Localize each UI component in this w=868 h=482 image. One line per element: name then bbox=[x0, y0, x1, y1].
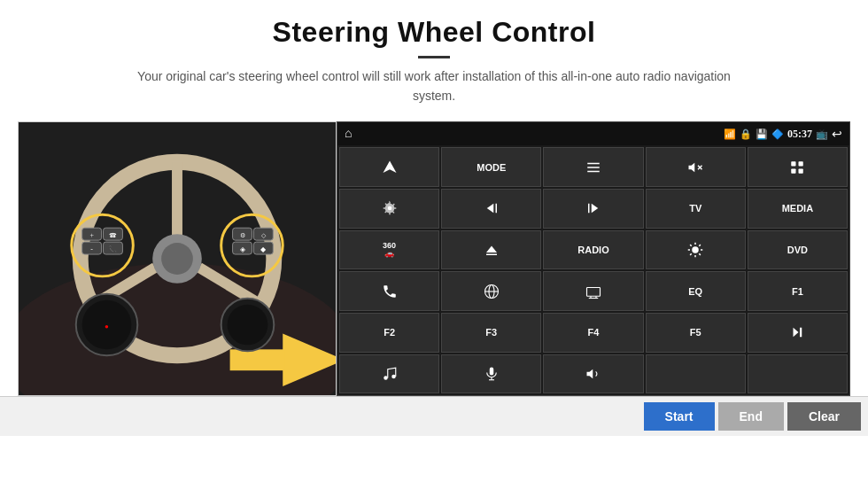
settings-button[interactable] bbox=[339, 189, 439, 229]
bottom-action-bar: Start End Clear bbox=[0, 396, 868, 436]
status-bar: ⌂ 📶 🔒 💾 🔷 05:37 📺 ↩ bbox=[337, 122, 849, 145]
svg-marker-47 bbox=[592, 204, 599, 214]
svg-marker-37 bbox=[689, 162, 695, 172]
svg-rect-41 bbox=[799, 161, 803, 166]
mode-button[interactable]: MODE bbox=[441, 147, 541, 187]
svg-rect-43 bbox=[799, 168, 803, 173]
screen-cast-icon: 📺 bbox=[816, 128, 828, 140]
f4-button[interactable]: F4 bbox=[543, 313, 643, 353]
clear-button[interactable]: Clear bbox=[787, 402, 861, 431]
svg-point-70 bbox=[391, 375, 396, 379]
svg-text:📞: 📞 bbox=[108, 245, 117, 253]
f2-button[interactable]: F2 bbox=[339, 313, 439, 353]
sd-icon: 💾 bbox=[756, 128, 768, 140]
steering-wheel-image: + - ☎ 📞 ⚙ ◈ ◇ ◆ bbox=[18, 121, 337, 396]
svg-point-69 bbox=[384, 376, 388, 380]
lock-icon: 🔒 bbox=[740, 128, 752, 140]
subtitle: Your original car's steering wheel contr… bbox=[124, 67, 744, 105]
home-icon[interactable]: ⌂ bbox=[345, 127, 352, 141]
radio-button[interactable]: RADIO bbox=[543, 230, 643, 270]
svg-rect-35 bbox=[587, 167, 600, 168]
svg-rect-68 bbox=[800, 328, 802, 338]
svg-rect-40 bbox=[792, 161, 796, 166]
svg-text:◈: ◈ bbox=[240, 245, 246, 253]
volume-button[interactable] bbox=[543, 354, 643, 394]
svg-marker-49 bbox=[486, 246, 497, 253]
f3-button[interactable]: F3 bbox=[441, 313, 541, 353]
dvd-button[interactable]: DVD bbox=[748, 230, 848, 270]
svg-rect-63 bbox=[586, 287, 600, 296]
svg-rect-42 bbox=[792, 168, 796, 173]
svg-line-59 bbox=[690, 253, 692, 255]
f5-button[interactable]: F5 bbox=[646, 313, 746, 353]
phone-button[interactable] bbox=[339, 271, 439, 311]
svg-line-58 bbox=[699, 245, 701, 246]
svg-line-56 bbox=[690, 245, 692, 246]
tv-button[interactable]: TV bbox=[646, 189, 746, 229]
start-button[interactable]: Start bbox=[644, 402, 715, 431]
svg-text:●: ● bbox=[105, 323, 109, 331]
svg-line-57 bbox=[699, 253, 701, 255]
svg-rect-27 bbox=[230, 350, 285, 371]
play-pause-button[interactable] bbox=[748, 313, 848, 353]
svg-marker-67 bbox=[794, 328, 799, 338]
buttons-grid: MODE bbox=[337, 145, 849, 395]
svg-rect-36 bbox=[587, 170, 600, 172]
eject-button[interactable] bbox=[441, 230, 541, 270]
brightness-button[interactable] bbox=[646, 230, 746, 270]
eq-button[interactable]: EQ bbox=[646, 271, 746, 311]
mute-button[interactable] bbox=[646, 147, 746, 187]
end-button[interactable]: End bbox=[718, 402, 784, 431]
media-button[interactable]: MEDIA bbox=[748, 189, 848, 229]
svg-text:+: + bbox=[89, 232, 94, 240]
f1-button[interactable]: F1 bbox=[748, 271, 848, 311]
svg-marker-45 bbox=[487, 204, 494, 214]
svg-rect-50 bbox=[486, 254, 497, 256]
svg-point-32 bbox=[228, 305, 268, 346]
header-section: Steering Wheel Control Your original car… bbox=[124, 0, 744, 113]
svg-rect-71 bbox=[490, 368, 494, 376]
nav-button[interactable] bbox=[339, 147, 439, 187]
microphone-button[interactable] bbox=[441, 354, 541, 394]
svg-rect-34 bbox=[587, 162, 600, 164]
svg-marker-33 bbox=[383, 160, 396, 173]
empty-cell-1 bbox=[646, 354, 746, 394]
svg-point-7 bbox=[161, 243, 193, 275]
prev-button[interactable] bbox=[441, 189, 541, 229]
next-button[interactable] bbox=[543, 189, 643, 229]
svg-text:-: - bbox=[90, 245, 93, 253]
browser-button[interactable] bbox=[441, 271, 541, 311]
list-button[interactable] bbox=[543, 147, 643, 187]
svg-text:☎: ☎ bbox=[109, 233, 117, 240]
status-time: 05:37 bbox=[787, 128, 812, 141]
apps-button[interactable] bbox=[748, 147, 848, 187]
android-panel: ⌂ 📶 🔒 💾 🔷 05:37 📺 ↩ bbox=[337, 121, 850, 396]
music-button[interactable] bbox=[339, 354, 439, 394]
status-right: 📶 🔒 💾 🔷 05:37 📺 ↩ bbox=[724, 127, 842, 142]
svg-point-51 bbox=[692, 246, 699, 253]
page-title: Steering Wheel Control bbox=[124, 16, 744, 49]
svg-text:◆: ◆ bbox=[260, 245, 267, 253]
back-nav-icon[interactable]: ↩ bbox=[832, 127, 842, 142]
svg-text:⚙: ⚙ bbox=[240, 233, 245, 240]
empty-cell-2 bbox=[748, 354, 848, 394]
screen-button[interactable] bbox=[543, 271, 643, 311]
content-row: + - ☎ 📞 ⚙ ◈ ◇ ◆ bbox=[0, 121, 868, 396]
360-button[interactable]: 360🚗 bbox=[339, 230, 439, 270]
page-container: Steering Wheel Control Your original car… bbox=[0, 0, 868, 482]
title-divider bbox=[418, 56, 450, 58]
bluetooth-icon: 🔷 bbox=[771, 128, 784, 140]
wifi-icon: 📶 bbox=[724, 128, 736, 140]
svg-marker-74 bbox=[586, 369, 593, 379]
